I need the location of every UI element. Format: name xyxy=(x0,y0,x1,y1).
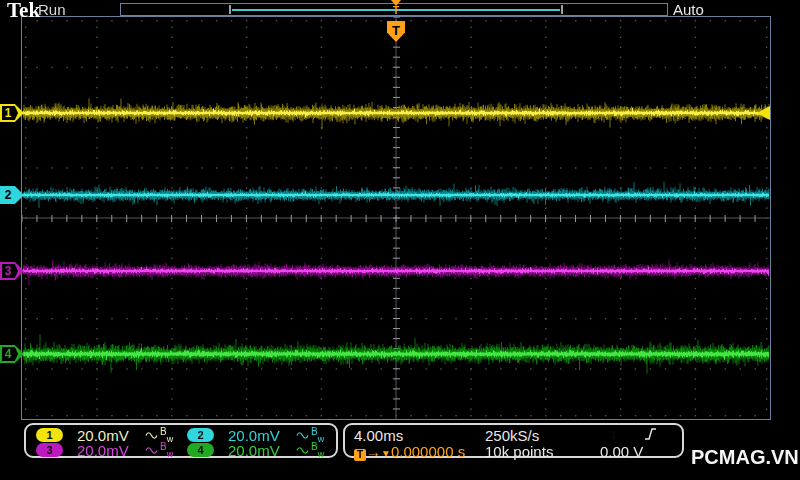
record-window-bracket-left-icon xyxy=(229,5,231,14)
trigger-symbol-label: T xyxy=(388,6,404,15)
channel-4-scale: 20.0mV xyxy=(228,442,286,459)
oscilloscope-screen: Tek Run T T Auto 1 2 3 4 1 20.0mV xyxy=(0,0,800,480)
channel-2-badge: 2 xyxy=(187,428,214,442)
acquisition-run-status: Run xyxy=(38,1,66,18)
arrow-right-icon: → xyxy=(366,443,381,460)
sample-rate-readout: 250kS/s xyxy=(485,427,539,444)
record-length-readout: 10k points xyxy=(485,443,553,460)
channel-3-scale: 20.0mV xyxy=(77,442,135,459)
trigger-level-arrow-icon[interactable] xyxy=(757,106,770,120)
down-triangle-icon: ▼ xyxy=(381,448,391,459)
channel-1-badge: 1 xyxy=(36,428,63,442)
channel-3-badge: 3 xyxy=(36,443,63,457)
trigger-level-readout[interactable]: 0.00 V xyxy=(600,443,643,460)
trigger-position-value: 0.000000 s xyxy=(391,443,465,460)
sine-coupling-icon: Bw xyxy=(296,442,324,459)
trigger-position-readout[interactable]: T→▼0.000000 s xyxy=(354,443,465,461)
trigger-mode-status: Auto xyxy=(673,1,704,18)
trigger-source-badge[interactable]: 1 xyxy=(600,428,627,442)
channel-1-marker-label: 1 xyxy=(0,105,16,121)
rising-edge-slope-icon xyxy=(643,426,658,445)
trigger-position-bar-icon[interactable]: T xyxy=(388,0,404,15)
channel-4-readout[interactable]: 4 20.0mV Bw xyxy=(187,442,337,458)
channel-3-readout[interactable]: 3 20.0mV Bw xyxy=(36,442,186,458)
trigger-t-icon: T xyxy=(354,449,366,461)
channel-status-box: 1 20.0mV Bw 2 20.0mV Bw 3 20.0mV Bw 4 xyxy=(24,423,338,458)
horizontal-trigger-status-box: 4.00ms 250kS/s 1 T→▼0.000000 s 10k point… xyxy=(343,423,684,458)
time-scale-readout[interactable]: 4.00ms xyxy=(354,427,403,444)
trigger-flag-label: T xyxy=(392,23,400,38)
tek-logo: Tek xyxy=(7,0,40,23)
watermark: PCMAG.VN xyxy=(691,446,799,469)
graticule-frame xyxy=(21,16,771,420)
channel-4-marker-label: 4 xyxy=(0,346,16,362)
channel-2-marker-label: 2 xyxy=(0,187,16,203)
record-window-bracket-right-icon xyxy=(561,5,563,14)
channel-4-badge: 4 xyxy=(187,443,214,457)
channel-3-marker-label: 3 xyxy=(0,263,16,279)
sine-coupling-icon: Bw xyxy=(145,442,173,459)
